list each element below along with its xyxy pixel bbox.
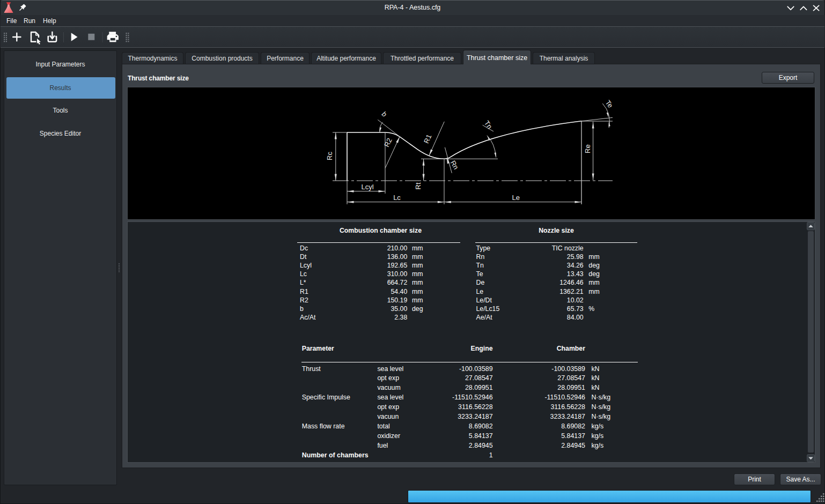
svg-text:R2: R2 bbox=[382, 137, 394, 148]
svg-text:Rc: Rc bbox=[326, 152, 334, 160]
svg-text:Le: Le bbox=[512, 194, 520, 202]
svg-text:Te: Te bbox=[604, 99, 615, 109]
svg-text:Lcyl: Lcyl bbox=[361, 183, 373, 191]
svg-text:R1: R1 bbox=[422, 133, 433, 144]
svg-text:b: b bbox=[380, 110, 388, 118]
svg-text:Lc: Lc bbox=[393, 194, 401, 202]
svg-text:Tn: Tn bbox=[483, 119, 494, 130]
svg-text:Re: Re bbox=[584, 144, 592, 153]
svg-text:Rt: Rt bbox=[414, 182, 422, 189]
